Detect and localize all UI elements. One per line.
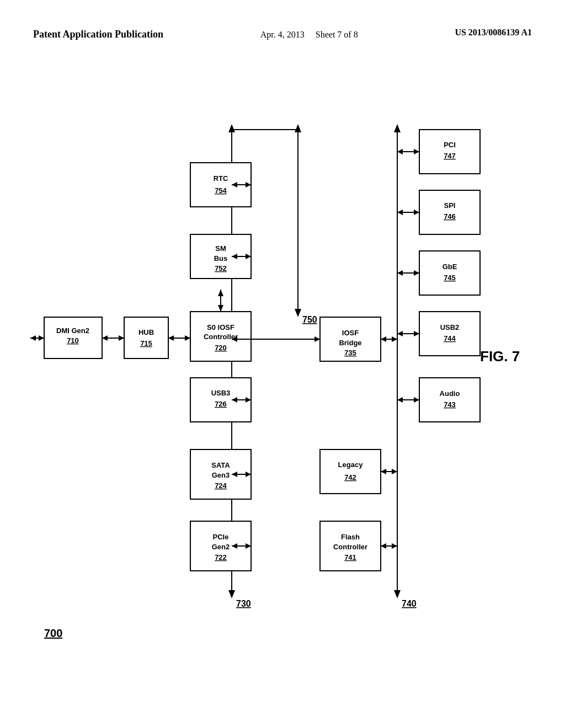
svg-text:IOSF: IOSF (342, 329, 359, 337)
svg-text:SM: SM (215, 244, 226, 253)
svg-marker-30 (218, 305, 223, 312)
svg-marker-14 (39, 335, 44, 341)
pub-date: Apr. 4, 2013 (260, 30, 305, 39)
svg-text:Legacy: Legacy (338, 461, 364, 469)
svg-text:PCIe: PCIe (213, 533, 229, 541)
svg-marker-85 (392, 543, 397, 549)
svg-rect-93 (419, 378, 480, 422)
svg-text:SATA: SATA (211, 461, 230, 469)
svg-rect-105 (419, 251, 480, 295)
svg-text:710: 710 (67, 336, 79, 345)
svg-marker-78 (392, 336, 397, 342)
svg-text:Flash: Flash (341, 533, 360, 541)
svg-marker-86 (381, 543, 386, 549)
svg-text:Bus: Bus (214, 254, 228, 263)
svg-text:RTC: RTC (214, 174, 228, 183)
svg-marker-1 (228, 124, 235, 132)
header-center: Apr. 4, 2013 Sheet 7 of 8 (260, 28, 358, 42)
svg-text:747: 747 (444, 152, 456, 160)
svg-marker-79 (381, 336, 386, 342)
svg-marker-122 (414, 149, 419, 154)
svg-text:S0 IOSF: S0 IOSF (207, 323, 234, 331)
svg-marker-109 (397, 270, 403, 276)
svg-marker-98 (414, 397, 419, 403)
header-left: Patent Application Publication (33, 28, 163, 41)
svg-marker-115 (397, 210, 403, 215)
svg-text:740: 740 (402, 599, 417, 608)
publication-title: Patent Application Publication (33, 29, 163, 40)
svg-text:726: 726 (215, 400, 227, 408)
svg-text:735: 735 (344, 349, 356, 357)
sheet-info: Sheet 7 of 8 (316, 30, 358, 39)
svg-marker-75 (315, 336, 320, 342)
svg-text:724: 724 (215, 481, 227, 490)
svg-marker-5 (394, 124, 401, 132)
svg-text:752: 752 (215, 264, 227, 272)
svg-marker-91 (392, 469, 397, 474)
svg-marker-104 (414, 331, 419, 336)
svg-text:Audio: Audio (440, 389, 460, 398)
svg-text:743: 743 (444, 400, 456, 409)
page: Patent Application Publication Apr. 4, 2… (0, 0, 565, 728)
svg-text:730: 730 (236, 599, 251, 608)
diagram-svg: 730 740 DMI Gen2 710 HUB 715 S0 (28, 85, 537, 692)
svg-marker-29 (218, 290, 223, 296)
svg-text:715: 715 (140, 339, 152, 347)
svg-text:746: 746 (444, 212, 456, 221)
svg-text:Bridge: Bridge (339, 339, 361, 347)
svg-marker-22 (185, 335, 190, 341)
svg-text:720: 720 (215, 344, 227, 352)
svg-marker-121 (397, 149, 403, 154)
svg-rect-87 (320, 449, 381, 494)
svg-text:741: 741 (344, 553, 356, 561)
svg-marker-116 (414, 210, 419, 215)
svg-text:700: 700 (44, 627, 62, 639)
svg-marker-16 (119, 335, 124, 341)
svg-marker-92 (381, 469, 386, 474)
svg-marker-66 (295, 309, 301, 317)
svg-marker-13 (30, 335, 36, 341)
svg-marker-2 (228, 590, 235, 598)
svg-marker-97 (397, 397, 403, 403)
svg-text:Controller: Controller (333, 543, 367, 551)
header: Patent Application Publication Apr. 4, 2… (0, 28, 565, 42)
svg-text:Gen2: Gen2 (212, 543, 230, 551)
svg-text:GbE: GbE (443, 263, 457, 271)
svg-marker-110 (414, 270, 419, 276)
svg-marker-103 (397, 331, 403, 336)
svg-text:750: 750 (302, 315, 317, 324)
svg-text:744: 744 (444, 334, 456, 342)
svg-text:PCI: PCI (444, 141, 456, 149)
svg-text:HUB: HUB (138, 328, 154, 336)
patent-number: US 2013/0086139 A1 (455, 28, 532, 37)
svg-rect-99 (419, 312, 480, 356)
svg-text:FIG. 7: FIG. 7 (480, 348, 520, 365)
svg-text:USB2: USB2 (440, 323, 460, 331)
svg-marker-23 (168, 335, 174, 341)
svg-text:SPI: SPI (444, 201, 456, 210)
svg-text:742: 742 (344, 473, 356, 481)
svg-text:DMI Gen2: DMI Gen2 (56, 326, 89, 335)
svg-marker-17 (102, 335, 108, 341)
svg-marker-6 (394, 590, 401, 598)
svg-text:Gen3: Gen3 (212, 471, 230, 479)
header-right: US 2013/0086139 A1 (455, 28, 532, 38)
svg-rect-18 (124, 317, 168, 358)
svg-marker-65 (295, 124, 301, 132)
svg-text:745: 745 (444, 274, 456, 282)
svg-text:722: 722 (215, 553, 227, 561)
svg-text:754: 754 (215, 186, 227, 195)
svg-text:USB3: USB3 (211, 389, 231, 397)
